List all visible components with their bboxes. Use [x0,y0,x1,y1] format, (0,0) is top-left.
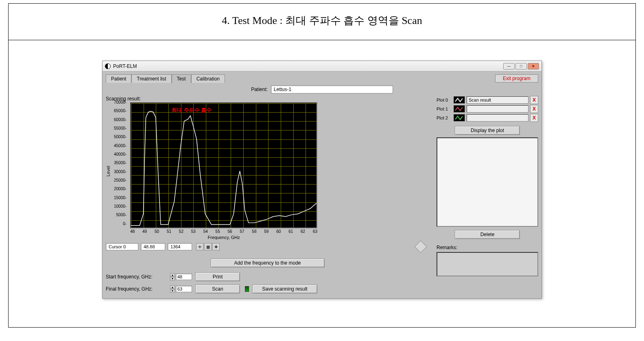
maximize-button[interactable]: □ [515,63,527,70]
plot-line-icon[interactable] [454,114,465,122]
tab-treatment-list[interactable]: Treatment list [131,74,171,83]
plot-label: Plot 2 [437,115,452,120]
plot-line-icon[interactable] [454,96,465,104]
final-frequency-input[interactable] [176,286,192,292]
start-frequency-input[interactable] [176,274,192,280]
app-window: PoRT-ELM — □ ✕ Patient Treatment list Te… [102,61,542,299]
x-axis-ticks: 48495051525354555657585960616263 [130,229,317,234]
scan-led-icon [245,286,249,292]
start-frequency-label: Start frequency, GHz: [106,274,167,280]
remove-plot-button[interactable]: X [530,114,538,122]
cursor-x-field[interactable]: 48.88 [141,243,165,250]
tab-calibration[interactable]: Calibration [191,74,225,83]
scanning-result-label: Scanning result: [106,96,429,102]
window-title: PoRT-ELM [113,63,137,69]
chevron-up-icon[interactable]: ▲ [170,285,175,289]
pan-tool-icon[interactable]: ✥ [212,243,220,250]
final-frequency-stepper[interactable]: ▲▼ [170,285,192,293]
remarks-label: Remarks: [437,245,538,250]
tab-test[interactable]: Test [172,74,191,83]
remove-plot-button[interactable]: X [530,96,538,104]
print-button[interactable]: Print [195,272,240,281]
chevron-down-icon[interactable]: ▼ [170,277,175,280]
plot-label: Plot 1 [437,106,452,111]
patient-field[interactable] [271,85,393,93]
plot-name-field[interactable] [467,114,528,122]
plot-name-field[interactable] [467,96,528,104]
cursor-tool-icon[interactable]: ✛ [196,243,203,250]
plot-name-field[interactable] [467,105,528,113]
patient-label: Patient: [251,87,268,92]
save-scanning-result-button[interactable]: Save scanning result [252,285,317,293]
app-icon [105,63,111,69]
plot-listbox[interactable] [437,137,538,227]
chevron-up-icon[interactable]: ▲ [170,273,175,277]
y-axis-label: Level [106,166,111,176]
display-plot-button[interactable]: Display the plot [455,126,520,135]
plot-legend: Plot 0XPlot 1XPlot 2X [437,96,538,122]
scan-button[interactable]: Scan [195,285,240,293]
remarks-field[interactable] [437,252,538,276]
tab-patient[interactable]: Patient [106,74,131,83]
chart-plot[interactable]: 최대 주파수 흡수 [130,102,317,228]
plot-label: Plot 0 [437,98,452,102]
zoom-tool-icon[interactable]: ▦ [204,243,212,250]
x-axis-label: Frequency, GHz [130,235,317,240]
add-frequency-button[interactable]: Add the frequency to the mode [211,258,325,267]
close-window-button[interactable]: ✕ [528,63,539,70]
graph-palette-icon[interactable] [414,240,427,253]
cursor-name-field[interactable]: Cursor 0 [106,243,138,250]
minimize-button[interactable]: — [503,63,515,70]
chevron-down-icon[interactable]: ▼ [170,289,175,293]
y-axis-ticks: 70000-65000-60000-55000-50000-45000-4000… [114,100,128,226]
window-titlebar[interactable]: PoRT-ELM — □ ✕ [103,61,541,72]
cursor-y-field[interactable]: 1364 [168,243,192,250]
plot-line-icon[interactable] [454,105,465,113]
final-frequency-label: Final frequency, GHz: [106,286,167,292]
delete-button[interactable]: Delete [455,230,520,239]
start-frequency-stepper[interactable]: ▲▼ [170,273,192,280]
exit-program-button[interactable]: Exit program [495,74,538,83]
page-title: 4. Test Mode : 최대 주파수 흡수 영역을 Scan [9,4,635,40]
remove-plot-button[interactable]: X [530,105,538,113]
